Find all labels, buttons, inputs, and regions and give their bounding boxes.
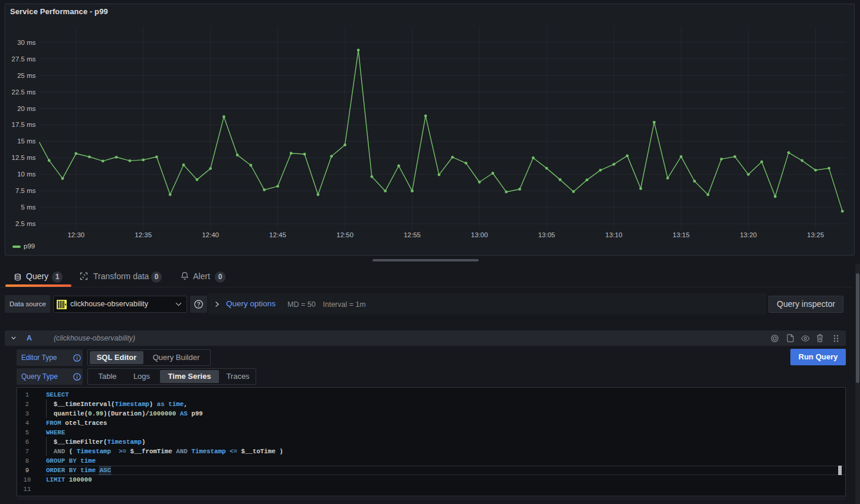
svg-text:12.5 ms: 12.5 ms [12,154,36,161]
svg-text:12:40: 12:40 [202,231,219,238]
svg-text:5 ms: 5 ms [21,204,36,211]
svg-text:17.5 ms: 17.5 ms [12,121,36,128]
svg-text:25 ms: 25 ms [17,72,36,79]
svg-text:7.5 ms: 7.5 ms [15,187,36,194]
svg-text:12:30: 12:30 [67,231,84,238]
svg-text:12:45: 12:45 [269,231,286,238]
svg-text:13:10: 13:10 [606,231,623,238]
svg-text:2.5 ms: 2.5 ms [15,220,36,227]
svg-text:13:20: 13:20 [740,231,757,238]
svg-text:30 ms: 30 ms [17,39,36,46]
svg-text:15 ms: 15 ms [17,138,36,145]
svg-text:10 ms: 10 ms [17,171,36,178]
svg-text:12:55: 12:55 [404,231,421,238]
svg-text:12:35: 12:35 [135,231,152,238]
svg-text:22.5 ms: 22.5 ms [12,89,36,96]
svg-text:13:00: 13:00 [471,231,488,238]
svg-text:12:50: 12:50 [336,231,354,238]
svg-text:13:05: 13:05 [538,231,555,238]
svg-text:13:25: 13:25 [807,231,824,238]
svg-text:27.5 ms: 27.5 ms [12,55,36,63]
svg-text:13:15: 13:15 [673,231,690,238]
svg-text:20 ms: 20 ms [17,105,36,112]
